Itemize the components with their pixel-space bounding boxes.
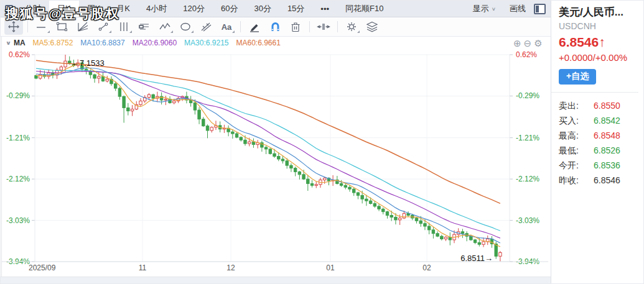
chart-settings-icon[interactable]: ⚙ (534, 39, 542, 48)
toolbar-separator (240, 21, 241, 32)
ma-legend-item: MA5:6.8752 (33, 39, 73, 47)
tabbar-spacer (391, 1, 467, 17)
angle-lines-tool[interactable] (197, 19, 215, 35)
ma-legend-title: MA (14, 39, 26, 47)
quote-row-value: 6.8542 (594, 113, 620, 128)
quote-row-label: 今开: (559, 158, 590, 173)
trading-app-window: 搜狐号@壹号股权 分时日K周K月K4小时120分60分30分15分•••同花顺F… (0, 0, 644, 284)
rectangle-icon (55, 21, 69, 33)
rectangle-tool[interactable] (53, 19, 72, 35)
gann-fan-tool[interactable] (73, 19, 92, 35)
text-tool[interactable]: Aa (217, 19, 236, 35)
quote-row-label: 买入: (559, 113, 590, 128)
svg-text:0.62%: 0.62% (9, 50, 30, 59)
price-levels-tool[interactable] (135, 19, 154, 35)
zoom-out-icon[interactable]: ⊖ (524, 39, 532, 48)
last-price: 6.8546↑ (559, 35, 638, 50)
display-menu[interactable]: 显示 ∨ (467, 3, 502, 14)
trend-line-tool[interactable] (32, 19, 51, 35)
quote-row-label: 昨收: (559, 173, 590, 188)
drawing-toolbar: Aa (1, 17, 551, 37)
ma-legend-item: MA60:6.9661 (236, 39, 281, 47)
zoom-in-icon[interactable]: ⊕ (513, 39, 521, 48)
draw-line-label: 画线 (510, 3, 526, 14)
chevron-down-icon: ∨ (6, 40, 11, 46)
svg-text:←7.1533: ←7.1533 (72, 58, 105, 68)
ma-legend-items: MA5:6.8752MA10:6.8837MA20:6.9060MA30:6.9… (33, 39, 281, 47)
text-tool-icon: Aa (222, 22, 232, 32)
chevron-down-icon: ∨ (492, 6, 496, 12)
trash-icon (289, 21, 302, 33)
magnet-icon (268, 21, 282, 33)
layout-icon[interactable] (1, 1, 17, 17)
draw-line-button[interactable]: 画线 (504, 3, 531, 14)
quote-row-label: 最高: (559, 128, 590, 143)
svg-text:2025/09: 2025/09 (29, 263, 56, 272)
quote-rows: 卖出:6.8550买入:6.8542最高:6.8548最低:6.8526今开:6… (559, 98, 638, 188)
tab-period-0[interactable]: 分时 (17, 1, 49, 17)
ellipse-icon (179, 21, 192, 33)
pitchfork-tool[interactable] (94, 19, 113, 35)
quote-row-value: 6.8536 (594, 158, 620, 173)
tab-more-periods[interactable]: ••• (312, 1, 337, 17)
crosshair-move-tool[interactable] (4, 19, 23, 35)
svg-text:-1.21%: -1.21% (6, 134, 30, 142)
ellipse-tool[interactable] (176, 19, 195, 35)
layers-icon (365, 21, 379, 33)
svg-text:12: 12 (226, 263, 235, 272)
tab-period-5[interactable]: 120分 (175, 1, 213, 17)
pitchfork-icon (96, 21, 110, 33)
tab-period-3[interactable]: 月K (108, 1, 138, 17)
ma-legend-toggle[interactable]: ∨ MA (6, 39, 26, 47)
tab-period-4[interactable]: 4小时 (138, 1, 175, 17)
tab-period-10[interactable]: 同花顺F10 (337, 1, 391, 17)
vertical-lines-tool[interactable] (114, 19, 133, 35)
chart-zoom-controls: ⊕ ⊖ ⚙ (513, 39, 543, 48)
pencil-icon (248, 21, 261, 33)
instrument-title: 美元/人民币... (559, 5, 638, 19)
tab-period-8[interactable]: 15分 (279, 1, 312, 17)
settings-tool[interactable] (342, 19, 361, 35)
quote-row-value: 6.8548 (594, 128, 620, 143)
svg-text:-3.03%: -3.03% (516, 216, 539, 225)
svg-text:-2.12%: -2.12% (6, 175, 30, 183)
svg-text:-0.29%: -0.29% (6, 91, 30, 100)
panel-divider (551, 92, 638, 93)
display-menu-label: 显示 (473, 3, 489, 14)
svg-text:-1.21%: -1.21% (516, 134, 539, 142)
toolbar-separator (309, 21, 310, 32)
svg-text:11: 11 (139, 263, 147, 272)
svg-text:-3.03%: -3.03% (6, 216, 30, 225)
side-panel-toggle-icon[interactable] (534, 4, 546, 14)
add-watchlist-button[interactable]: +自选 (559, 69, 596, 85)
horizontal-arrows-icon (317, 21, 330, 33)
bar-spacing-tool[interactable] (314, 19, 333, 35)
tab-period-6[interactable]: 60分 (213, 1, 246, 17)
delete-tool[interactable] (286, 19, 305, 35)
trend-line-icon (35, 21, 49, 33)
tab-period-1[interactable]: 日K (49, 1, 79, 17)
quote-row: 最低:6.8526 (559, 143, 638, 158)
svg-text:0.62%: 0.62% (516, 50, 537, 59)
quote-row: 最高:6.8548 (559, 128, 638, 143)
quote-row-value: 6.8546 (594, 173, 620, 188)
ma-legend-item: MA30:6.9215 (184, 39, 228, 47)
candlestick-chart[interactable]: 0.62%0.62%-0.29%-0.29%-1.21%-1.21%-2.12%… (1, 37, 551, 284)
gear-icon (345, 21, 358, 33)
price-levels-icon (138, 21, 151, 33)
tabbar-right: 显示 ∨ 画线 (467, 1, 551, 17)
svg-text:02: 02 (422, 263, 431, 272)
layers-tool[interactable] (363, 19, 381, 35)
svg-text:6.8511→: 6.8511→ (460, 254, 493, 263)
pencil-tool[interactable] (245, 19, 264, 35)
tab-period-7[interactable]: 30分 (246, 1, 279, 17)
bottom-strip (1, 277, 551, 283)
magnet-tool[interactable] (266, 19, 284, 35)
chart-column: 分时日K周K月K4小时120分60分30分15分•••同花顺F10 显示 ∨ 画… (1, 1, 551, 283)
quote-row-label: 最低: (559, 143, 590, 158)
tab-period-2[interactable]: 周K (79, 1, 109, 17)
toolbar-separator (27, 21, 28, 32)
wave-pattern-tool[interactable] (156, 19, 174, 35)
period-tabs: 分时日K周K月K4小时120分60分30分15分•••同花顺F10 (17, 1, 391, 17)
price-change: +0.0000/+0.00% (559, 52, 638, 63)
